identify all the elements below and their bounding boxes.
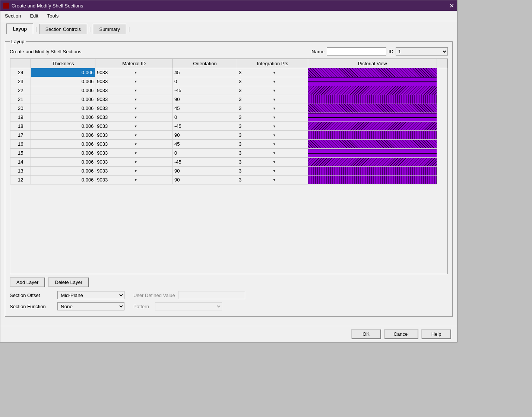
thickness-cell[interactable]: 0.006 <box>31 176 95 184</box>
orientation-cell[interactable]: 0 <box>172 149 237 158</box>
table-row[interactable]: 210.0069033▼903▼ <box>10 95 447 104</box>
delete-layer-button[interactable]: Delete Layer <box>48 277 89 287</box>
integration-cell[interactable]: 3▼ <box>237 122 308 131</box>
material-cell[interactable]: 9033▼ <box>95 140 173 149</box>
table-row[interactable]: 140.0069033▼-453▼ <box>10 158 447 167</box>
orientation-cell[interactable]: -45 <box>172 86 237 95</box>
orientation-cell[interactable]: 90 <box>172 176 237 184</box>
section-function-label: Section Function <box>10 304 54 309</box>
add-layer-button[interactable]: Add Layer <box>10 277 45 287</box>
table-row[interactable]: 220.0069033▼-453▼ <box>10 86 447 95</box>
integration-cell[interactable]: 3▼ <box>237 149 308 158</box>
table-row[interactable]: 160.0069033▼453▼ <box>10 140 447 149</box>
row-number: 14 <box>10 158 31 167</box>
material-cell[interactable]: 9033▼ <box>95 167 173 176</box>
section-offset-select[interactable]: Mid-Plane <box>57 291 124 299</box>
close-button[interactable]: ✕ <box>449 2 454 9</box>
material-cell[interactable]: 9033▼ <box>95 104 173 113</box>
integration-cell[interactable]: 3▼ <box>237 131 308 140</box>
orientation-cell[interactable]: 90 <box>172 131 237 140</box>
integration-cell[interactable]: 3▼ <box>237 86 308 95</box>
integration-cell[interactable]: 3▼ <box>237 77 308 86</box>
thickness-cell[interactable]: 0.006 <box>31 140 95 149</box>
table-row[interactable]: 230.0069033▼03▼ <box>10 77 447 86</box>
material-cell[interactable]: 9033▼ <box>95 113 173 122</box>
orientation-cell[interactable]: 45 <box>172 104 237 113</box>
table-row[interactable]: 120.0069033▼903▼ <box>10 176 447 184</box>
integration-cell[interactable]: 3▼ <box>237 167 308 176</box>
user-defined-input[interactable] <box>178 291 245 299</box>
id-select[interactable]: 1 <box>396 47 448 56</box>
table-row[interactable]: 200.0069033▼453▼ <box>10 104 447 113</box>
table-row[interactable]: 190.0069033▼03▼ <box>10 113 447 122</box>
orientation-cell[interactable]: -45 <box>172 158 237 167</box>
material-cell[interactable]: 9033▼ <box>95 131 173 140</box>
row-number: 22 <box>10 86 31 95</box>
pattern-select[interactable] <box>155 302 222 310</box>
col-integration: Integration Pts <box>237 59 308 68</box>
section-function-select[interactable]: None <box>57 302 124 310</box>
header-row: Create and Modify Shell Sections Name ID… <box>10 47 448 56</box>
table-row[interactable]: 240.0069033▼453▼ <box>10 68 447 77</box>
row-number: 19 <box>10 113 31 122</box>
orientation-cell[interactable]: 90 <box>172 167 237 176</box>
tab-section-controls[interactable]: Section Controls <box>39 24 87 34</box>
orientation-cell[interactable]: 45 <box>172 68 237 77</box>
thickness-cell[interactable]: 0.006 <box>31 158 95 167</box>
menu-section[interactable]: Section <box>3 12 22 19</box>
row-number: 15 <box>10 149 31 158</box>
cancel-button[interactable]: Cancel <box>384 329 418 339</box>
orientation-cell[interactable]: 0 <box>172 77 237 86</box>
table-row[interactable]: 180.0069033▼-453▼ <box>10 122 447 131</box>
col-orientation: Orientation <box>172 59 237 68</box>
tab-summary[interactable]: Summary <box>93 24 126 34</box>
menu-edit[interactable]: Edit <box>28 12 39 19</box>
thickness-cell[interactable]: 0.006 <box>31 122 95 131</box>
table-row[interactable]: 170.0069033▼903▼ <box>10 131 447 140</box>
table-row[interactable]: 150.0069033▼03▼ <box>10 149 447 158</box>
pictorial-cell <box>308 122 437 131</box>
integration-cell[interactable]: 3▼ <box>237 176 308 184</box>
integration-cell[interactable]: 3▼ <box>237 104 308 113</box>
thickness-cell[interactable]: 0.006 <box>31 149 95 158</box>
integration-cell[interactable]: 3▼ <box>237 113 308 122</box>
thickness-cell[interactable]: 0.006 <box>31 167 95 176</box>
material-cell[interactable]: 9033▼ <box>95 77 173 86</box>
name-label: Name <box>311 49 324 54</box>
help-button[interactable]: Help <box>421 329 451 339</box>
orientation-cell[interactable]: -45 <box>172 122 237 131</box>
pictorial-cell <box>308 176 437 184</box>
thickness-cell[interactable]: 0.006 <box>31 113 95 122</box>
name-input[interactable] <box>327 47 386 56</box>
integration-cell[interactable]: 3▼ <box>237 68 308 77</box>
material-cell[interactable]: 9033▼ <box>95 176 173 184</box>
material-cell[interactable]: 9033▼ <box>95 149 173 158</box>
tab-layup[interactable]: Layup <box>6 23 33 34</box>
material-cell[interactable]: 9033▼ <box>95 122 173 131</box>
table-row[interactable]: 130.0069033▼903▼ <box>10 167 447 176</box>
material-cell[interactable]: 9033▼ <box>95 158 173 167</box>
integration-cell[interactable]: 3▼ <box>237 158 308 167</box>
menu-tools[interactable]: Tools <box>46 12 60 19</box>
id-label: ID <box>389 49 393 54</box>
thickness-cell[interactable]: 0.006 <box>31 131 95 140</box>
name-group: Name ID 1 <box>311 47 448 56</box>
row-number: 13 <box>10 167 31 176</box>
thickness-cell[interactable]: 0.006 <box>31 77 95 86</box>
thickness-cell[interactable]: 0.006 <box>31 104 95 113</box>
pictorial-cell <box>308 68 437 77</box>
thickness-cell[interactable]: 0.006 <box>31 86 95 95</box>
orientation-cell[interactable]: 45 <box>172 140 237 149</box>
material-cell[interactable]: 9033▼ <box>95 68 173 77</box>
material-cell[interactable]: 9033▼ <box>95 86 173 95</box>
material-cell[interactable]: 9033▼ <box>95 95 173 104</box>
integration-cell[interactable]: 3▼ <box>237 140 308 149</box>
header-title: Create and Modify Shell Sections <box>10 49 81 54</box>
ok-button[interactable]: OK <box>351 329 381 339</box>
thickness-cell[interactable]: 0.006 <box>31 95 95 104</box>
pictorial-cell <box>308 149 437 158</box>
orientation-cell[interactable]: 90 <box>172 95 237 104</box>
thickness-cell[interactable]: 0.006 <box>31 68 95 77</box>
orientation-cell[interactable]: 0 <box>172 113 237 122</box>
integration-cell[interactable]: 3▼ <box>237 95 308 104</box>
